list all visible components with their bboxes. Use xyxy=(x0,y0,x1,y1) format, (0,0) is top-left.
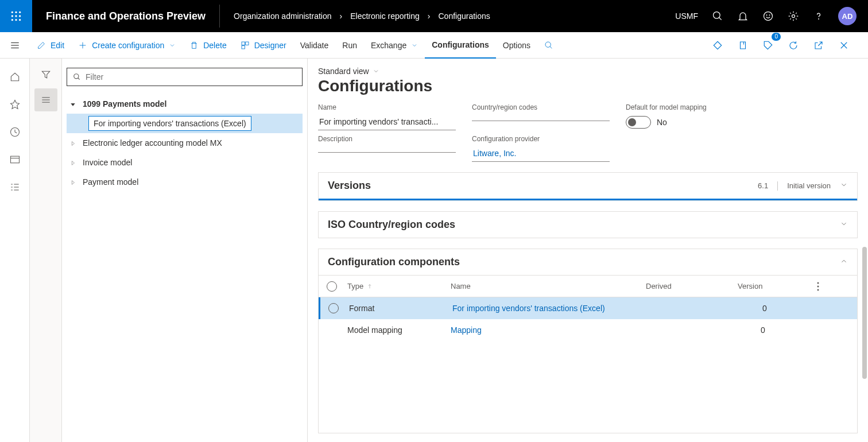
trash-icon xyxy=(189,41,199,50)
tree-node-root[interactable]: 1099 Payments model xyxy=(67,94,303,114)
field-value-provider[interactable]: Litware, Inc. xyxy=(472,145,610,162)
tree-node[interactable]: Electronic ledger accounting model MX xyxy=(67,133,303,153)
feedback-button[interactable] xyxy=(762,10,774,22)
kebab-icon xyxy=(817,282,819,291)
tree-node[interactable]: Payment model xyxy=(67,172,303,192)
notifications-button[interactable] xyxy=(737,10,749,22)
svg-rect-21 xyxy=(242,42,245,45)
messages-button[interactable]: 0 xyxy=(758,35,778,56)
attachments-button[interactable] xyxy=(733,35,753,56)
app-title: Finance and Operations Preview xyxy=(32,5,220,28)
page-title: Configurations xyxy=(318,77,858,95)
cell-type: Format xyxy=(349,304,452,313)
fasttab-header-versions[interactable]: Versions 6.1 Initial version xyxy=(319,173,857,200)
caret-down-icon xyxy=(70,100,78,108)
diamond-icon xyxy=(712,40,723,51)
tree-node-label: Payment model xyxy=(83,177,138,187)
col-derived[interactable]: Derived xyxy=(646,282,738,290)
row-radio[interactable] xyxy=(328,303,339,313)
tree-list-button[interactable] xyxy=(34,88,57,111)
bell-icon xyxy=(737,10,749,22)
col-type[interactable]: Type xyxy=(347,282,451,290)
tree-pane: 1099 Payments model For importing vendor… xyxy=(62,59,308,442)
options-button[interactable]: Options xyxy=(496,32,537,59)
search-button[interactable] xyxy=(712,10,723,22)
designer-button[interactable]: Designer xyxy=(234,32,293,59)
delete-button[interactable]: Delete xyxy=(183,32,233,59)
col-version[interactable]: Version xyxy=(738,282,807,290)
toggle-default-mapping[interactable] xyxy=(626,116,651,129)
svg-rect-29 xyxy=(10,156,19,163)
field-value-name[interactable]: For importing vendors' transacti... xyxy=(318,114,456,130)
table-row[interactable]: Format For importing vendors' transactio… xyxy=(319,297,857,319)
validate-button[interactable]: Validate xyxy=(293,32,336,59)
action-bar: Edit Create configuration Delete Designe… xyxy=(0,32,868,59)
nav-favorites[interactable] xyxy=(3,93,26,116)
run-button[interactable]: Run xyxy=(335,32,364,59)
nav-modules[interactable] xyxy=(3,176,26,199)
fasttab-header-iso[interactable]: ISO Country/region codes xyxy=(319,212,857,238)
field-value-country[interactable] xyxy=(472,114,610,121)
chevron-up-icon xyxy=(840,257,848,267)
edit-button[interactable]: Edit xyxy=(30,32,71,59)
app-launcher-button[interactable] xyxy=(0,0,32,32)
svg-point-5 xyxy=(19,15,21,17)
exchange-button[interactable]: Exchange xyxy=(364,32,425,59)
scrollbar[interactable] xyxy=(862,247,867,442)
help-icon xyxy=(813,10,824,22)
view-selector[interactable]: Standard view xyxy=(318,67,858,76)
select-all-radio[interactable] xyxy=(319,281,347,292)
svg-rect-22 xyxy=(245,42,248,45)
cell-version: 0 xyxy=(738,325,807,335)
breadcrumb-item[interactable]: Organization administration xyxy=(234,11,331,21)
chevron-right-icon: › xyxy=(340,11,343,21)
fasttab-title: Versions xyxy=(328,180,371,192)
close-button[interactable] xyxy=(834,35,854,56)
tree-filter-button[interactable] xyxy=(34,63,57,86)
help-button[interactable] xyxy=(813,10,824,22)
nav-toggle-button[interactable] xyxy=(0,40,30,51)
configurations-tab[interactable]: Configurations xyxy=(425,32,496,59)
config-tree: 1099 Payments model For importing vendor… xyxy=(67,94,303,192)
refresh-button[interactable] xyxy=(783,35,804,56)
company-code[interactable]: USMF xyxy=(675,11,698,21)
user-avatar[interactable]: AD xyxy=(838,7,857,25)
cell-name[interactable]: Mapping xyxy=(451,325,646,335)
tree-filter-input-wrap[interactable] xyxy=(67,68,303,86)
field-value-description[interactable] xyxy=(318,145,456,153)
settings-button[interactable] xyxy=(788,10,799,22)
tree-node-label: 1099 Payments model xyxy=(83,99,166,108)
versions-number: 6.1 xyxy=(758,181,768,190)
create-configuration-button[interactable]: Create configuration xyxy=(71,32,183,59)
waffle-icon xyxy=(10,10,22,22)
tree-node[interactable]: Invoice model xyxy=(67,153,303,172)
scrollbar-thumb[interactable] xyxy=(862,247,867,379)
cell-name[interactable]: For importing vendors' transactions (Exc… xyxy=(452,304,648,313)
svg-point-9 xyxy=(714,12,720,19)
popout-icon xyxy=(813,40,824,51)
caret-right-icon xyxy=(70,178,78,186)
table-more-button[interactable] xyxy=(807,282,830,291)
search-icon xyxy=(544,41,553,50)
tree-node-selected[interactable]: For importing vendors' transactions (Exc… xyxy=(67,114,303,133)
action-search-button[interactable] xyxy=(537,32,560,59)
col-name[interactable]: Name xyxy=(451,282,646,290)
diamond-button[interactable] xyxy=(707,35,728,56)
field-name: Name For importing vendors' transacti... xyxy=(318,103,456,130)
nav-home[interactable] xyxy=(3,65,26,88)
tree-filter-input[interactable] xyxy=(86,72,296,82)
action-bar-right: 0 xyxy=(700,35,861,56)
breadcrumb-item[interactable]: Configurations xyxy=(438,11,490,21)
fasttab-header-components[interactable]: Configuration components xyxy=(319,249,857,275)
table-row[interactable]: Model mapping Mapping 0 xyxy=(319,319,857,341)
nav-workspaces[interactable] xyxy=(3,148,26,171)
breadcrumb-item[interactable]: Electronic reporting xyxy=(350,11,420,21)
popout-button[interactable] xyxy=(808,35,829,56)
book-icon xyxy=(738,40,748,51)
breadcrumb: Organization administration › Electronic… xyxy=(220,11,490,21)
svg-point-12 xyxy=(766,15,767,15)
svg-line-25 xyxy=(550,46,552,48)
nav-recent[interactable] xyxy=(3,121,26,144)
toggle-value: No xyxy=(657,118,667,127)
svg-point-7 xyxy=(15,19,17,21)
